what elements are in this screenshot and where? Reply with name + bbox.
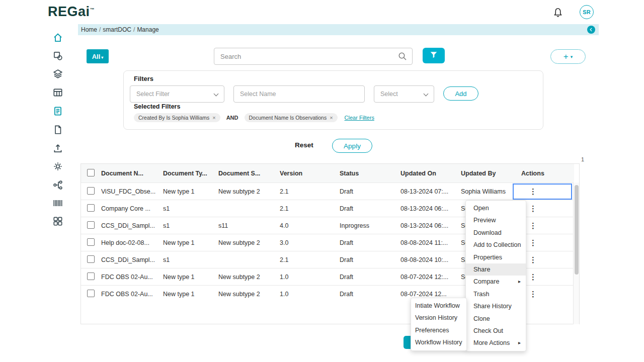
col-document-subtype[interactable]: Document S...	[218, 170, 280, 177]
row-actions-button[interactable]: ⋮	[526, 290, 540, 298]
cell-status: Draft	[340, 239, 400, 246]
breadcrumb-separator: /	[99, 26, 101, 33]
menu-item-more-actions[interactable]: More Actions▸	[466, 337, 526, 349]
cell-version: 2.1	[280, 256, 340, 263]
sidebar-item-layers[interactable]	[52, 68, 63, 79]
add-new-button[interactable]: +▾	[550, 49, 586, 64]
cell-document-type: New type 1	[163, 188, 218, 195]
sidebar-item-workflow[interactable]	[52, 179, 63, 191]
row-checkbox[interactable]	[87, 204, 95, 212]
table-scrollbar-thumb[interactable]	[575, 185, 579, 275]
col-actions: Actions	[521, 170, 574, 177]
reset-button[interactable]: Reset	[295, 141, 313, 149]
breadcrumb-smartdoc[interactable]: smartDOC	[103, 26, 131, 33]
row-actions-menu: Open Preview Download Add to Collection …	[465, 200, 526, 351]
menu-item-share-history[interactable]: Share History	[466, 300, 526, 312]
search-icon[interactable]	[397, 51, 408, 61]
cell-updated-on: 08-13-2024 06:...	[400, 222, 461, 229]
apply-button[interactable]: Apply	[332, 139, 372, 153]
cell-updated-on: 08-08-2024 10:...	[400, 256, 461, 263]
select-name-input[interactable]	[233, 85, 365, 103]
cell-document-name: ViSU_FDC_Obse...	[101, 188, 163, 195]
menu-item-compare[interactable]: Compare▸	[466, 276, 526, 288]
filter-button[interactable]	[423, 48, 445, 63]
menu-item-share[interactable]: Share	[466, 263, 526, 276]
select-operator-dropdown[interactable]: Select	[374, 85, 434, 103]
cell-document-type: New type 1	[163, 291, 218, 298]
row-checkbox[interactable]	[87, 187, 95, 195]
cell-updated-by: Sophia Williams	[461, 188, 521, 195]
col-updated-by[interactable]: Updated By	[461, 170, 521, 177]
submenu-arrow-icon: ▸	[518, 337, 521, 349]
sidebar-item-barcode[interactable]	[52, 198, 63, 209]
menu-item-properties[interactable]: Properties	[466, 251, 526, 263]
col-document-type[interactable]: Document Ty...	[163, 170, 218, 177]
row-actions-button[interactable]: ⋮	[526, 187, 540, 196]
row-checkbox[interactable]	[87, 273, 95, 280]
page-indicator: 1	[581, 156, 584, 162]
add-filter-button[interactable]: Add	[443, 86, 478, 101]
col-document-name[interactable]: Document N...	[101, 170, 163, 177]
row-actions-button[interactable]: ⋮	[526, 204, 540, 213]
notifications-bell-icon[interactable]	[552, 7, 564, 18]
row-actions-button[interactable]: ⋮	[526, 221, 540, 230]
sidebar-item-grid[interactable]	[52, 87, 63, 98]
scope-dropdown-button[interactable]: All▾	[87, 49, 109, 63]
cell-status: Draft	[340, 188, 400, 195]
menu-item-preview[interactable]: Preview	[466, 214, 526, 226]
menu-item-intiate-workflow[interactable]: Intiate Workflow	[411, 300, 466, 312]
menu-item-clone[interactable]: Clone	[466, 313, 526, 325]
collapse-icon[interactable]	[587, 26, 595, 34]
cell-document-type: s1	[163, 205, 218, 212]
scope-label: All	[92, 53, 101, 60]
sidebar-item-apps[interactable]	[52, 216, 63, 227]
cell-status: Draft	[340, 291, 400, 298]
breadcrumb-home[interactable]: Home	[81, 26, 97, 33]
filters-panel: Filters Select Filter Select Add Selecte…	[123, 70, 543, 130]
menu-item-trash[interactable]: Trash	[466, 288, 526, 300]
filter-chip[interactable]: Created By Is Sophia Williams×	[134, 113, 220, 122]
menu-item-version-history[interactable]: Version History	[411, 312, 466, 324]
col-version[interactable]: Version	[280, 170, 340, 177]
col-status[interactable]: Status	[340, 170, 400, 177]
clear-filters-link[interactable]: Clear Filters	[345, 115, 374, 121]
menu-item-label: Compare	[473, 278, 499, 285]
filter-chip[interactable]: Document Name Is Observations×	[245, 113, 338, 122]
row-checkbox[interactable]	[87, 255, 95, 263]
menu-item-download[interactable]: Download	[466, 227, 526, 239]
menu-item-workflow-history[interactable]: Workflow History	[411, 336, 466, 348]
sidebar-item-document[interactable]	[52, 124, 63, 135]
row-checkbox[interactable]	[87, 221, 95, 229]
cell-document-type: New type 1	[163, 239, 218, 246]
table-row[interactable]: ViSU_FDC_Obse... New type 1 New subtype …	[81, 183, 574, 200]
search-box	[214, 48, 413, 65]
menu-item-add-to-collection[interactable]: Add to Collection	[466, 239, 526, 251]
table-scrollbar-track[interactable]	[573, 183, 579, 324]
row-checkbox[interactable]	[87, 290, 95, 297]
breadcrumb-separator: /	[133, 26, 135, 33]
row-actions-button[interactable]: ⋮	[526, 238, 540, 247]
menu-item-check-out[interactable]: Check Out	[466, 325, 526, 337]
cell-updated-on: 08-07-2024 12...	[400, 291, 461, 298]
close-icon[interactable]: ×	[212, 115, 215, 121]
row-actions-button[interactable]: ⋮	[526, 273, 540, 281]
menu-item-open[interactable]: Open	[466, 202, 526, 214]
sidebar-item-clone[interactable]	[52, 50, 63, 61]
menu-item-preferences[interactable]: Preferences	[411, 324, 466, 336]
sidebar-item-documents[interactable]	[52, 106, 63, 117]
cell-document-name: FDC OBS 02-Au...	[101, 291, 163, 298]
breadcrumb-manage[interactable]: Manage	[137, 26, 158, 33]
row-checkbox[interactable]	[87, 238, 95, 246]
select-filter-dropdown[interactable]: Select Filter	[130, 85, 224, 103]
row-actions-button[interactable]: ⋮	[526, 255, 540, 264]
select-all-checkbox[interactable]	[87, 169, 95, 176]
sidebar-item-upload[interactable]	[52, 143, 63, 154]
close-icon[interactable]: ×	[330, 115, 333, 121]
sidebar-item-settings[interactable]	[52, 161, 63, 172]
sidebar-item-home[interactable]	[52, 32, 63, 43]
cell-document-type: s1	[163, 222, 218, 229]
cell-document-name: FDC OBS 02-Au...	[101, 274, 163, 281]
user-avatar[interactable]: SR	[580, 5, 594, 19]
search-input[interactable]	[214, 48, 413, 65]
col-updated-on[interactable]: Updated On	[400, 170, 461, 177]
